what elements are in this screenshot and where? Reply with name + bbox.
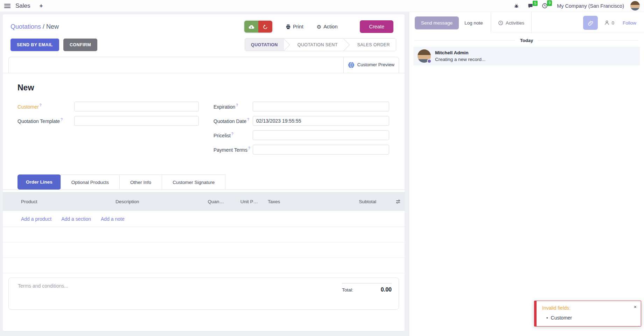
terms-and-conditions-field[interactable]: Terms and conditions... [18, 283, 68, 309]
customer-preview-button[interactable]: Customer Preview [343, 57, 399, 73]
help-icon[interactable]: ? [247, 118, 249, 122]
messages-badge: 5 [533, 1, 538, 6]
tab-other-info[interactable]: Other Info [119, 174, 162, 190]
date-divider-label: Today [520, 38, 533, 43]
toast-title: Invalid fields: [542, 305, 636, 311]
payment-terms-input[interactable] [253, 145, 389, 155]
order-footer: Terms and conditions... Total: 0.00 [8, 277, 399, 310]
schedule-activity-button[interactable]: Activities [493, 20, 529, 26]
save-discard-group [244, 21, 272, 33]
help-icon[interactable]: ? [61, 118, 63, 122]
attach-files-button[interactable] [583, 16, 598, 30]
stage-actions: SEND BY EMAIL CONFIRM [10, 39, 97, 51]
invalid-field-name: Customer [551, 315, 572, 321]
order-lines-header: Product Description Quan… Unit P… Taxes … [3, 192, 405, 211]
help-icon[interactable]: ? [236, 103, 238, 107]
order-lines-add-row: Add a product Add a section Add a note [3, 211, 405, 227]
print-label: Print [293, 24, 303, 29]
gear-icon: ⚙ [317, 24, 321, 29]
apps-menu-icon[interactable] [4, 4, 10, 8]
company-switcher[interactable]: My Company (San Francisco) [557, 3, 624, 9]
record-title: New [18, 83, 391, 92]
help-icon[interactable]: ? [248, 146, 250, 150]
button-box: Customer Preview [8, 57, 399, 73]
debug-bug-icon[interactable] [514, 3, 519, 8]
column-product: Product [21, 199, 115, 204]
send-message-button[interactable]: Send message [415, 16, 459, 29]
expiration-input[interactable] [253, 102, 389, 111]
stage-sales-order[interactable]: SALES ORDER [351, 39, 396, 51]
create-button[interactable]: Create [360, 20, 393, 33]
divider [531, 12, 532, 33]
top-navbar: Sales + 5 9 My Company (San Francisco) [0, 0, 644, 12]
author-avatar [418, 49, 431, 63]
follow-button[interactable]: Follow [623, 20, 636, 26]
action-button[interactable]: ⚙ Action [317, 24, 338, 29]
chatter-pane: Send message Log note Activities 0 Follo… [409, 12, 644, 336]
log-note-button[interactable]: Log note [459, 16, 489, 29]
customer-input[interactable] [74, 102, 199, 111]
save-cloud-button[interactable] [244, 21, 258, 33]
form-sheet: Quotations / New Pri [3, 14, 405, 331]
breadcrumb-quotations[interactable]: Quotations [10, 23, 41, 30]
status-dot [427, 59, 432, 63]
form-pane: Quotations / New Pri [0, 12, 409, 336]
tab-customer-signature[interactable]: Customer Signature [162, 174, 225, 190]
printer-icon [286, 24, 291, 29]
paperclip-icon [587, 20, 594, 26]
column-taxes: Taxes [258, 199, 300, 204]
chatter-toolbar: Send message Log note Activities 0 Follo… [409, 12, 644, 33]
form-col-left: Customer? Quotation Template? [18, 102, 199, 159]
toast-invalid-field: • Customer [546, 315, 636, 321]
quotation-date-input[interactable] [253, 116, 389, 126]
print-button[interactable]: Print [286, 24, 303, 29]
person-icon [604, 20, 610, 26]
total-block: Total: 0.00 [342, 283, 392, 309]
quotation-date-field-label: Quotation Date? [214, 118, 253, 124]
stage-quotation-sent[interactable]: QUOTATION SENT [292, 39, 344, 51]
app-name[interactable]: Sales [15, 2, 30, 9]
pricelist-field-label: Pricelist? [214, 132, 253, 138]
activities-clock-icon[interactable]: 9 [542, 3, 548, 9]
tab-optional-products[interactable]: Optional Products [61, 174, 120, 190]
column-subtotal: Subtotal [300, 199, 393, 204]
date-divider: Today [415, 38, 638, 43]
form-col-right: Expiration? Quotation Date? Pricelist? [214, 102, 391, 159]
add-a-note-link[interactable]: Add a note [101, 216, 125, 222]
optional-columns-icon[interactable] [393, 199, 403, 204]
status-pipeline: QUOTATION QUOTATION SENT SALES ORDER [245, 38, 396, 51]
column-quantity: Quan… [191, 199, 224, 204]
close-icon[interactable]: × [634, 304, 637, 309]
customer-preview-label: Customer Preview [357, 62, 394, 68]
help-icon[interactable]: ? [231, 132, 233, 136]
clock-icon [498, 20, 503, 26]
activities-badge: 9 [547, 0, 552, 6]
activities-label: Activities [506, 20, 524, 26]
payment-terms-field-label: Payment Terms? [214, 146, 253, 153]
help-icon[interactable]: ? [40, 103, 42, 107]
action-label: Action [323, 24, 337, 29]
empty-row [3, 258, 405, 273]
control-panel: Quotations / New Pri [3, 14, 405, 37]
total-value: 0.00 [381, 287, 392, 293]
stage-quotation[interactable]: QUOTATION [245, 39, 284, 51]
add-a-product-link[interactable]: Add a product [21, 216, 51, 222]
tab-order-lines[interactable]: Order Lines [18, 174, 61, 190]
pricelist-input[interactable] [253, 130, 389, 140]
send-by-email-button[interactable]: SEND BY EMAIL [10, 39, 59, 51]
confirm-button[interactable]: CONFIRM [63, 39, 97, 51]
discard-undo-button[interactable] [258, 21, 272, 33]
chevron-right-icon [344, 39, 351, 51]
add-a-section-link[interactable]: Add a section [61, 216, 91, 222]
followers-button[interactable]: 0 [604, 20, 614, 26]
control-buttons: Print ⚙ Action [244, 21, 338, 33]
messages-icon[interactable]: 5 [527, 3, 533, 9]
message-author: Mitchell Admin [435, 49, 485, 55]
globe-icon [348, 62, 355, 68]
chevron-right-icon [284, 39, 292, 51]
quotation-template-input[interactable] [74, 116, 199, 126]
new-tab-plus-icon[interactable]: + [40, 3, 43, 9]
statusbar-row: SEND BY EMAIL CONFIRM QUOTATION QUOTATIO… [3, 37, 405, 57]
user-avatar[interactable] [630, 1, 640, 11]
column-description: Description [115, 199, 191, 204]
